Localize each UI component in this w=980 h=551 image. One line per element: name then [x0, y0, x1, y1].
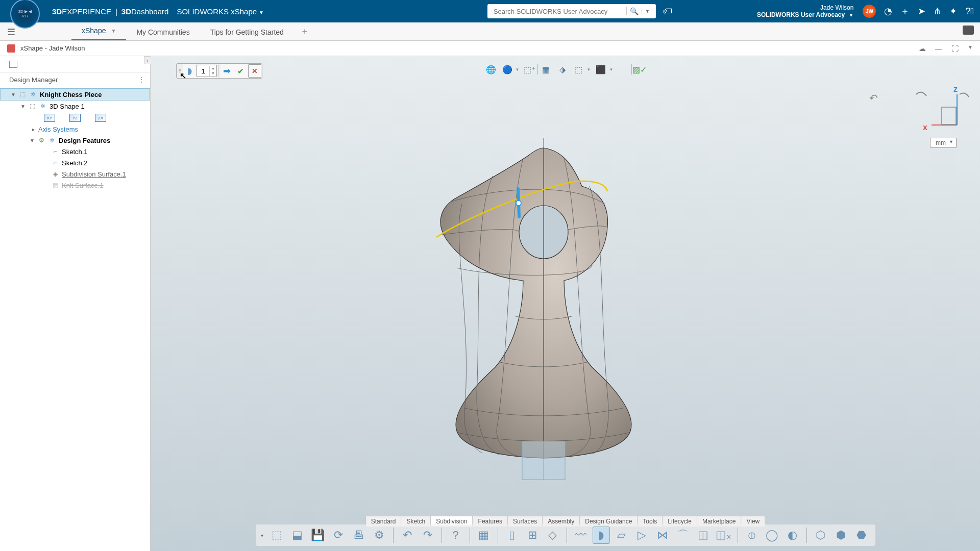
tool-symmetry-icon[interactable]: ⦶: [743, 527, 761, 544]
tool-save-icon[interactable]: 💾: [309, 527, 327, 544]
model-canvas[interactable]: [390, 138, 707, 505]
tree-shape[interactable]: ▼ ⬚ ✲ 3D Shape 1: [0, 101, 150, 112]
tool-loop-icon[interactable]: ◗: [593, 527, 610, 544]
tool-extrude-icon[interactable]: ▱: [613, 527, 630, 544]
tool-box-icon[interactable]: ▦: [475, 527, 493, 544]
sketch-icon: ⌐: [51, 159, 59, 167]
drag-handle-icon[interactable]: ⠿: [177, 68, 182, 74]
cloud-icon[interactable]: ☁: [919, 44, 926, 53]
add-icon[interactable]: ＋: [900, 5, 910, 17]
tool-solid-icon[interactable]: ⬣: [853, 527, 870, 544]
tool-plane-icon[interactable]: ◇: [544, 527, 561, 544]
accept-icon[interactable]: ▨✓: [633, 63, 646, 76]
spin-down-icon[interactable]: ▼: [210, 71, 216, 76]
app-title[interactable]: SOLIDWORKS xShape▼: [177, 7, 264, 16]
tool-bridge-icon[interactable]: ⋈: [654, 527, 671, 544]
tool-grid-icon[interactable]: ⊞: [524, 527, 541, 544]
selection-icon[interactable]: ⬚: [573, 63, 585, 76]
tool-cage-icon[interactable]: ⬢: [832, 527, 850, 544]
hamburger-icon[interactable]: ☰: [7, 27, 15, 38]
tool-open-icon[interactable]: ⬓: [289, 527, 306, 544]
tool-print-icon[interactable]: 🖶: [350, 527, 368, 544]
tree-shape-label: 3D Shape 1: [50, 103, 85, 110]
fit-view-icon[interactable]: ⬚⁺: [524, 63, 536, 76]
share-icon[interactable]: ➤: [918, 6, 925, 17]
box-icon[interactable]: ⬛: [595, 63, 607, 76]
collapse-icon[interactable]: ▼: [968, 44, 973, 53]
spin-up-icon[interactable]: ▲: [210, 66, 216, 71]
tab-add-button[interactable]: ＋: [294, 22, 315, 40]
tab-xshape[interactable]: xShape▼: [71, 22, 126, 40]
ok-button[interactable]: ✔: [234, 64, 248, 78]
fullscreen-icon[interactable]: ⛶: [951, 44, 959, 53]
tool-sphere-icon[interactable]: ◯: [764, 527, 781, 544]
plane-row: XY YZ ZX: [0, 112, 150, 124]
community-icon[interactable]: ✦: [949, 6, 957, 17]
x-axis-label: x: [923, 123, 927, 132]
view-triad[interactable]: x z: [914, 77, 965, 133]
cancel-button[interactable]: ✕ ↖: [248, 64, 261, 78]
tool-shell-icon[interactable]: ◐: [784, 527, 801, 544]
minimize-icon[interactable]: —: [935, 44, 942, 53]
chat-icon[interactable]: [963, 26, 974, 35]
sidebar-collapse[interactable]: ‹: [144, 56, 151, 64]
tool-bend-icon[interactable]: ⌒: [674, 527, 692, 544]
yz-plane-icon[interactable]: YZ: [69, 114, 81, 122]
search-dropdown-icon[interactable]: ▼: [642, 9, 653, 14]
globe-outline-icon[interactable]: 🌐: [485, 63, 497, 76]
toolbar-dropdown-icon[interactable]: ▾: [261, 533, 263, 538]
tool-delete-icon[interactable]: ◫ₓ: [715, 527, 732, 544]
xy-plane-icon[interactable]: XY: [44, 114, 55, 122]
tool-cylinder-icon[interactable]: ▯: [503, 527, 521, 544]
tab-communities[interactable]: My Communities: [126, 24, 200, 40]
tree-subdiv[interactable]: ◈ Subdivision Surface.1: [0, 168, 150, 180]
tree-sketch1[interactable]: ⌐ Sketch.1: [0, 146, 150, 157]
axis-icon[interactable]: ⬗: [556, 63, 569, 76]
tree-knit[interactable]: ▦ Knit Surface.1: [0, 180, 150, 191]
tree-knit-label: Knit Surface.1: [62, 182, 104, 189]
user-avatar[interactable]: JW: [863, 5, 876, 18]
chevron-right-icon[interactable]: ▸: [31, 127, 36, 132]
tab-tips[interactable]: Tips for Getting Started: [200, 24, 294, 40]
count-input[interactable]: [197, 67, 209, 75]
viewport[interactable]: ⠿ ◗ ▲ ▼ ➡ ✔ ✕ ↖ 🌐 🔵 ▼ ⬚⁺ ▦ ⬗ ⬚: [151, 56, 980, 551]
search-icon[interactable]: 🔍: [626, 7, 642, 15]
apply-arrow-button[interactable]: ➡: [220, 64, 234, 78]
chevron-down-icon[interactable]: ▼: [30, 138, 35, 143]
tree-root[interactable]: ▼ ⬚ ✲ Knight Chess Piece: [0, 88, 150, 101]
globe-solid-icon[interactable]: 🔵: [501, 63, 513, 76]
user-info[interactable]: Jade Wilson SOLIDWORKS User Advocacy ▼: [757, 4, 854, 19]
kebab-menu-icon[interactable]: ⋮: [138, 76, 145, 84]
tool-refresh-icon[interactable]: ⟳: [330, 527, 347, 544]
tag-icon[interactable]: 🏷: [660, 6, 675, 17]
tool-new-icon[interactable]: ⬚: [268, 527, 286, 544]
chevron-down-icon[interactable]: ▼: [20, 104, 26, 109]
search-input[interactable]: [491, 8, 626, 15]
tool-settings-icon[interactable]: ⚙: [371, 527, 388, 544]
box-dropdown-icon[interactable]: ▼: [609, 67, 613, 72]
chevron-down-icon[interactable]: ▼: [11, 92, 16, 97]
notifications-icon[interactable]: ◔: [884, 6, 892, 17]
tree-axis[interactable]: ▸ Axis Systems: [0, 124, 150, 135]
compass-button[interactable]: 3D ▶ ◀V.R: [10, 0, 40, 29]
back-arrow-icon[interactable]: ↶: [869, 92, 878, 104]
tool-undo-icon[interactable]: ↶: [399, 527, 416, 544]
tree-view-icon[interactable]: [9, 61, 17, 68]
tool-wireframe-icon[interactable]: ⬡: [812, 527, 829, 544]
tool-redo-icon[interactable]: ↷: [419, 527, 436, 544]
units-select[interactable]: mm: [930, 138, 957, 148]
tree-sketch2[interactable]: ⌐ Sketch.2: [0, 157, 150, 168]
tool-help-icon[interactable]: ?: [447, 527, 464, 544]
sel-dropdown-icon[interactable]: ▼: [587, 67, 591, 72]
grid-icon[interactable]: ▦: [540, 63, 552, 76]
help-icon[interactable]: ?⃝: [965, 6, 974, 17]
tool-curve-icon[interactable]: 〰: [572, 527, 590, 544]
tree-features[interactable]: ▼ ⚙ ✲ Design Features: [0, 135, 150, 146]
zx-plane-icon[interactable]: ZX: [95, 114, 106, 122]
collab-icon[interactable]: ⋔: [934, 6, 941, 17]
tool-cube-icon[interactable]: ◫: [695, 527, 712, 544]
loop-icon[interactable]: ◗: [183, 64, 196, 78]
globe-dropdown-icon[interactable]: ▼: [516, 67, 520, 72]
svg-point-6: [516, 201, 521, 206]
tool-bevel-icon[interactable]: ▷: [633, 527, 651, 544]
